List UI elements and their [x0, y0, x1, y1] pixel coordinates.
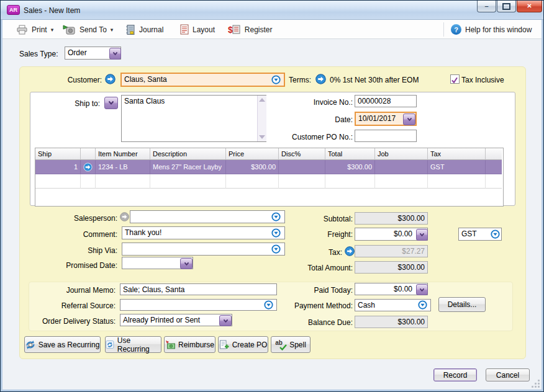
journal-button[interactable]: Journal: [125, 20, 163, 39]
freight-tax-dropdown-icon[interactable]: [491, 229, 500, 239]
cell-total[interactable]: $300.00: [325, 160, 375, 174]
col-ship[interactable]: Ship: [35, 148, 81, 160]
details-button[interactable]: Details...: [438, 297, 486, 312]
scroll-up-icon[interactable]: [259, 98, 265, 102]
comment-input[interactable]: Thank you!: [122, 226, 285, 239]
customer-po-input[interactable]: [355, 130, 417, 142]
journal-label: Journal: [139, 25, 163, 34]
cell-job[interactable]: [375, 160, 428, 174]
order-delivery-status-select[interactable]: Already Printed or Sent: [120, 314, 232, 326]
create-po-button[interactable]: Create PO: [218, 336, 268, 353]
cell-empty[interactable]: [428, 174, 486, 189]
freight-dropdown-button[interactable]: [416, 229, 428, 241]
tax-detail-arrow-icon[interactable]: [345, 246, 355, 256]
cell-price[interactable]: $300.00: [226, 160, 279, 174]
ship-via-dropdown-icon[interactable]: [271, 244, 281, 254]
create-po-icon: [219, 340, 229, 350]
cell-empty[interactable]: [150, 174, 226, 189]
save-recurring-icon: [25, 340, 35, 350]
use-recurring-button[interactable]: Use Recurring: [105, 336, 161, 353]
sales-type-dropdown-button[interactable]: [109, 48, 121, 60]
cell-arrow[interactable]: [81, 160, 96, 174]
table-row[interactable]: 1 1234 - LB Mens 27" Racer Layby $300.00…: [35, 160, 503, 174]
col-disc[interactable]: Disc%: [279, 148, 325, 160]
cell-empty[interactable]: [226, 174, 279, 189]
col-description[interactable]: Description: [150, 148, 226, 160]
cell-description[interactable]: Mens 27" Racer Layby: [150, 160, 226, 174]
cell-tax[interactable]: GST: [428, 160, 486, 174]
send-to-caret-icon: ▾: [111, 27, 114, 33]
salesperson-dropdown-icon[interactable]: [271, 212, 281, 221]
print-caret-icon: ▾: [51, 27, 54, 33]
tax-label: Tax:: [308, 248, 342, 257]
app-icon: AR: [7, 5, 20, 15]
comment-dropdown-icon[interactable]: [271, 228, 281, 238]
ship-to-textarea[interactable]: Santa Claus: [121, 95, 266, 142]
cell-empty[interactable]: [279, 174, 325, 189]
spell-icon: ab: [275, 340, 286, 350]
cell-empty[interactable]: [375, 174, 428, 189]
col-tax[interactable]: Tax: [428, 148, 486, 160]
register-label: Register: [245, 25, 273, 34]
payment-method-dropdown-icon[interactable]: [418, 300, 427, 310]
cell-ship[interactable]: 1: [35, 160, 81, 174]
ship-to-scrollbar[interactable]: [257, 96, 266, 141]
promised-date-dropdown-button[interactable]: [180, 258, 193, 269]
cell-end: [486, 160, 502, 174]
cell-item-number[interactable]: 1234 - LB: [96, 160, 150, 174]
cell-empty[interactable]: [81, 174, 96, 189]
help-button[interactable]: ? Help for this window: [451, 20, 532, 39]
referral-source-input[interactable]: [120, 299, 277, 311]
terms-detail-arrow-icon[interactable]: [315, 74, 326, 84]
title-bar: AR Sales - New Item – ✕: [1, 1, 543, 20]
cell-empty: [486, 174, 502, 189]
send-to-button[interactable]: Send To ▾: [62, 20, 113, 39]
cell-empty[interactable]: [325, 174, 375, 189]
salesperson-label: Salesperson:: [55, 214, 117, 223]
col-item-number[interactable]: Item Number: [96, 148, 150, 160]
minimize-button[interactable]: –: [477, 1, 496, 12]
register-button[interactable]: $ Register: [228, 20, 272, 39]
col-price[interactable]: Price: [226, 148, 279, 160]
ship-to-dropdown-button[interactable]: [104, 97, 118, 109]
layout-button[interactable]: Layout: [180, 20, 215, 39]
chevron-down-icon: [419, 288, 425, 292]
tax-inclusive-label: Tax Inclusive: [461, 76, 517, 84]
invoice-no-label: Invoice No.:: [274, 98, 353, 107]
cell-disc[interactable]: [279, 160, 325, 174]
promised-date-label: Promised Date:: [50, 261, 117, 270]
date-dropdown-button[interactable]: [403, 114, 415, 125]
close-button[interactable]: ✕: [517, 1, 542, 12]
customer-detail-arrow-icon[interactable]: [105, 74, 116, 84]
cancel-button[interactable]: Cancel: [486, 368, 530, 381]
row-detail-arrow-icon[interactable]: [83, 163, 93, 172]
customer-input[interactable]: Claus, Santa: [120, 73, 285, 87]
layout-label: Layout: [193, 25, 215, 34]
table-row-empty[interactable]: [35, 174, 503, 189]
record-button[interactable]: Record: [433, 368, 477, 381]
resize-grip[interactable]: [532, 380, 540, 388]
save-as-recurring-button[interactable]: Save as Recurring: [24, 336, 101, 353]
tax-field: $27.27: [355, 245, 428, 257]
col-job[interactable]: Job: [375, 148, 428, 160]
salesperson-input[interactable]: [130, 210, 285, 223]
cell-empty[interactable]: [35, 174, 81, 189]
chevron-down-icon: [419, 233, 425, 237]
col-total[interactable]: Total: [325, 148, 375, 160]
salesperson-detail-arrow-icon[interactable]: [120, 212, 129, 221]
order-delivery-dropdown-button[interactable]: [219, 315, 232, 326]
invoice-no-input[interactable]: 00000028: [355, 95, 417, 107]
tax-inclusive-checkbox[interactable]: [450, 74, 460, 84]
spell-button[interactable]: ab Spell: [271, 336, 311, 353]
maximize-button[interactable]: [497, 1, 516, 12]
ship-via-input[interactable]: [122, 243, 285, 256]
scroll-down-icon[interactable]: [259, 135, 265, 139]
journal-memo-input[interactable]: Sale; Claus, Santa: [120, 283, 277, 295]
referral-dropdown-icon[interactable]: [264, 300, 273, 310]
cell-empty[interactable]: [96, 174, 150, 189]
print-button[interactable]: Print ▾: [16, 20, 53, 39]
send-to-icon: [62, 24, 76, 35]
chevron-down-icon: [108, 100, 114, 105]
paid-today-dropdown-button[interactable]: [416, 284, 428, 295]
reimburse-button[interactable]: Reimburse: [164, 336, 215, 353]
